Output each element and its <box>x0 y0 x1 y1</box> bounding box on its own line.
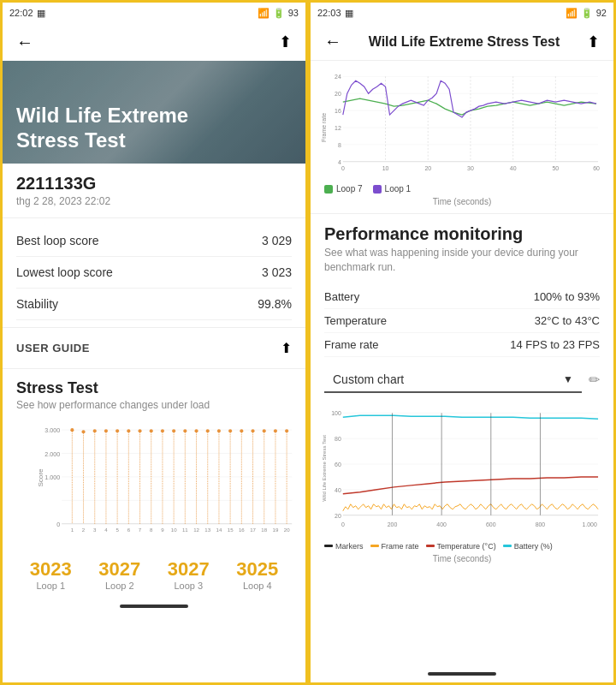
left-notification-icon: ▦ <box>37 8 45 19</box>
svg-text:20: 20 <box>335 91 341 97</box>
loop-score-value-3: 3027 <box>168 558 210 581</box>
svg-text:800: 800 <box>536 521 546 527</box>
frame-rate-svg: Frame rate 24 20 16 12 8 4 0 10 20 <box>317 68 607 179</box>
svg-point-37 <box>150 429 153 432</box>
stat-row-best: Best loop score 3 029 <box>16 225 292 257</box>
right-nav-title: Wild Life Extreme Stress Test <box>369 34 560 50</box>
left-back-button[interactable]: ← <box>16 33 33 52</box>
left-top-nav: ← ⬆ <box>3 23 305 61</box>
svg-text:1.000: 1.000 <box>44 474 60 481</box>
svg-point-35 <box>127 429 130 432</box>
svg-text:2: 2 <box>82 527 86 533</box>
perf-stat-label-battery: Battery <box>324 290 359 303</box>
svg-text:12: 12 <box>335 125 341 131</box>
stat-row-lowest: Lowest loop score 3 023 <box>16 257 292 289</box>
svg-text:5: 5 <box>116 527 119 533</box>
svg-text:19: 19 <box>273 527 279 533</box>
legend-label-framerate: Frame rate <box>382 542 419 551</box>
svg-point-46 <box>252 429 255 432</box>
right-back-button[interactable]: ← <box>324 32 341 51</box>
svg-text:50: 50 <box>552 165 559 171</box>
legend-dot-temperature <box>426 545 435 547</box>
svg-point-44 <box>228 429 232 432</box>
legend-label-loop7: Loop 7 <box>336 184 363 194</box>
device-date: thg 2 28, 2023 22:02 <box>16 195 292 207</box>
svg-text:0: 0 <box>341 165 345 171</box>
bottom-chart-svg: Wild Life Extreme Stress Test 100 80 60 … <box>317 400 607 537</box>
legend-framerate: Frame rate <box>370 542 419 551</box>
svg-text:11: 11 <box>182 527 188 533</box>
right-share-button[interactable]: ⬆ <box>587 33 600 51</box>
frame-rate-x-label: Time (seconds) <box>317 197 607 210</box>
svg-point-43 <box>217 429 221 432</box>
left-time: 22:02 <box>9 8 33 18</box>
bottom-chart-legend: Markers Frame rate Temperature (°C) Batt… <box>317 540 607 552</box>
right-battery-level: 92 <box>596 8 607 18</box>
bottom-x-axis-label: Time (seconds) <box>317 552 607 567</box>
svg-text:Frame rate: Frame rate <box>321 113 327 142</box>
left-panel: 22:02 ▦ 📶 🔋 93 ← ⬆ Wild Life ExtremeStre… <box>0 0 308 685</box>
left-home-bar[interactable] <box>120 605 188 608</box>
svg-point-42 <box>206 429 210 432</box>
chevron-down-icon: ▼ <box>563 373 573 385</box>
svg-text:15: 15 <box>228 527 234 533</box>
loop-score-value-1: 3023 <box>30 558 72 581</box>
svg-text:400: 400 <box>436 521 447 527</box>
user-guide-label: USER GUIDE <box>16 342 90 354</box>
svg-text:18: 18 <box>261 527 267 533</box>
svg-text:0: 0 <box>56 521 60 528</box>
svg-text:40: 40 <box>510 165 517 171</box>
stress-test-chart-container: Score 3.000 2.000 1.000 0 <box>3 414 305 551</box>
right-home-bar[interactable] <box>428 672 496 676</box>
svg-point-38 <box>161 429 164 432</box>
loop-scores-section: 3023 Loop 1 3027 Loop 2 3027 Loop 3 3025… <box>3 551 305 598</box>
left-share-button[interactable]: ⬆ <box>279 33 292 51</box>
svg-text:16: 16 <box>239 527 245 533</box>
svg-text:40: 40 <box>335 486 341 492</box>
loop-score-label-3: Loop 3 <box>174 581 203 591</box>
svg-text:60: 60 <box>593 165 600 171</box>
loop-score-3: 3027 Loop 3 <box>168 558 210 591</box>
svg-text:30: 30 <box>467 165 474 171</box>
loop-score-2: 3027 Loop 2 <box>98 558 140 591</box>
svg-point-33 <box>104 429 108 432</box>
loop-score-label-2: Loop 2 <box>105 581 134 591</box>
stress-test-subtitle: See how performance changes under load <box>16 399 292 411</box>
right-notification-icon: ▦ <box>345 8 353 19</box>
svg-text:2.000: 2.000 <box>44 451 60 458</box>
perf-stats-section: Battery 100% to 93% Temperature 32°C to … <box>311 282 613 360</box>
svg-text:3.000: 3.000 <box>44 427 60 434</box>
svg-point-39 <box>172 429 175 432</box>
stat-label-stability: Stability <box>16 297 58 311</box>
svg-point-41 <box>195 429 198 432</box>
svg-text:200: 200 <box>388 521 398 527</box>
svg-point-31 <box>82 430 86 433</box>
svg-text:1: 1 <box>71 527 74 533</box>
svg-text:17: 17 <box>250 527 256 533</box>
legend-dot-loop7 <box>324 185 333 194</box>
custom-chart-dropdown[interactable]: Custom chart ▼ <box>324 367 582 393</box>
svg-text:20: 20 <box>424 165 431 171</box>
svg-text:7: 7 <box>139 527 142 533</box>
right-bottom-nav <box>311 665 613 682</box>
svg-text:60: 60 <box>335 462 341 468</box>
svg-text:10: 10 <box>382 165 389 171</box>
stress-test-section: Stress Test See how performance changes … <box>3 369 305 414</box>
perf-stat-label-framerate: Frame rate <box>324 338 379 351</box>
user-guide-row[interactable]: USER GUIDE ⬆ <box>3 327 305 369</box>
right-time: 22:03 <box>317 8 341 18</box>
bottom-chart-container: Wild Life Extreme Stress Test 100 80 60 … <box>311 400 613 665</box>
legend-loop1: Loop 1 <box>373 184 412 194</box>
loop-score-value-2: 3027 <box>98 558 140 581</box>
performance-section: Performance monitoring See what was happ… <box>311 213 613 282</box>
legend-dot-markers <box>324 545 333 547</box>
svg-point-47 <box>263 429 266 432</box>
edit-icon[interactable]: ✏ <box>589 372 600 388</box>
user-guide-share-icon[interactable]: ⬆ <box>281 340 292 356</box>
svg-text:3: 3 <box>93 527 97 533</box>
svg-text:4: 4 <box>338 159 341 165</box>
svg-text:8: 8 <box>150 527 153 533</box>
perf-title: Performance monitoring <box>324 224 600 244</box>
stat-value-lowest: 3 023 <box>262 265 292 279</box>
perf-stat-value-battery: 100% to 93% <box>534 290 600 303</box>
